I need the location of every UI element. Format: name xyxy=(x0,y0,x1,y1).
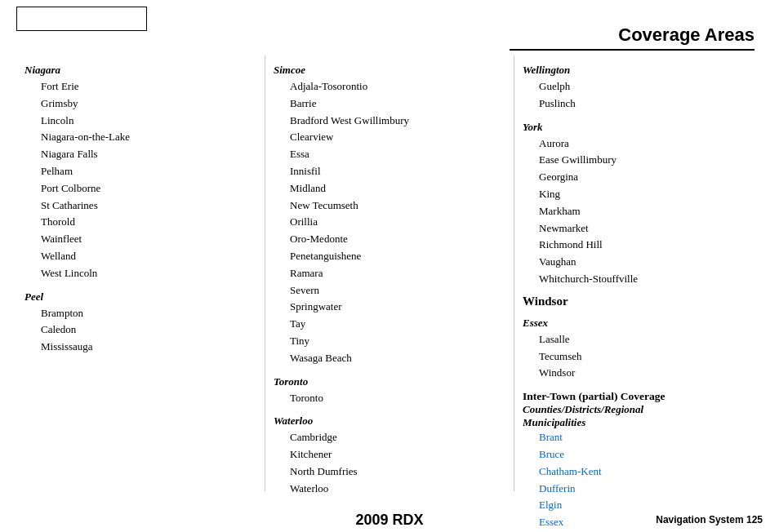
list-item: Guelph xyxy=(523,78,755,95)
list-item: Severn xyxy=(274,282,505,299)
list-item: Orillia xyxy=(274,214,505,231)
peel-section: Peel Brampton Caledon Mississauga xyxy=(24,290,256,356)
list-item: Midland xyxy=(274,180,505,197)
list-item: Pelham xyxy=(24,163,256,180)
inter-town-subtitle2: Municipalities xyxy=(523,416,755,429)
list-item: Fort Erie xyxy=(24,78,256,95)
inter-town-title: Inter-Town (partial) Coverage xyxy=(523,390,755,403)
list-item: Penetanguishene xyxy=(274,248,505,265)
column-1: Niagara Fort Erie Grimsby Lincoln Niagar… xyxy=(16,55,265,491)
york-title: York xyxy=(523,121,755,134)
list-item: Oro-Medonte xyxy=(274,231,505,248)
list-item: Puslinch xyxy=(523,95,755,113)
list-item: Welland xyxy=(24,248,256,265)
list-item: Springwater xyxy=(274,299,505,316)
essex-title: Essex xyxy=(523,317,755,330)
list-item: Wainfleet xyxy=(24,231,256,248)
essex-section: Essex Lasalle Tecumseh Windsor xyxy=(523,317,755,382)
footer-model: 2009 RDX xyxy=(355,512,423,529)
inter-town-section: Inter-Town (partial) Coverage Counties/D… xyxy=(523,390,755,532)
list-item: Richmond Hill xyxy=(523,237,755,254)
list-item: Ramara xyxy=(274,265,505,282)
list-item: Newmarket xyxy=(523,220,755,237)
toronto-section: Toronto Toronto xyxy=(274,375,505,407)
column-2: Simcoe Adjala-Tosorontio Barrie Bradford… xyxy=(265,55,514,491)
list-item: Clearview xyxy=(274,129,505,146)
list-item: Ease Gwillimbury xyxy=(523,152,755,169)
niagara-title: Niagara xyxy=(24,64,256,77)
list-item: Toronto xyxy=(274,390,505,407)
columns-container: Niagara Fort Erie Grimsby Lincoln Niagar… xyxy=(16,55,763,491)
list-item: West Lincoln xyxy=(24,265,256,282)
list-item: Innisfil xyxy=(274,163,505,180)
title-divider xyxy=(510,49,755,51)
simcoe-title: Simcoe xyxy=(274,64,505,77)
list-item: Bradford West Gwillimbury xyxy=(274,113,505,130)
york-section: York Aurora Ease Gwillimbury Georgina Ki… xyxy=(523,121,755,288)
list-item: Lincoln xyxy=(24,113,256,130)
list-item: Port Colborne xyxy=(24,180,256,197)
page-title-area: Coverage Areas xyxy=(510,24,755,51)
wellington-section: Wellington Guelph Puslinch xyxy=(523,64,755,113)
peel-title: Peel xyxy=(24,290,256,304)
simcoe-section: Simcoe Adjala-Tosorontio Barrie Bradford… xyxy=(274,64,505,367)
page-title: Coverage Areas xyxy=(510,24,755,46)
list-item: Vaughan xyxy=(523,254,755,271)
list-item: Adjala-Tosorontio xyxy=(274,78,505,95)
list-item: Tay xyxy=(274,316,505,333)
list-item: Markham xyxy=(523,203,755,220)
list-item: Caledon xyxy=(24,321,256,339)
column-3: Wellington Guelph Puslinch York Aurora E… xyxy=(514,55,763,491)
inter-town-subtitle: Counties/Districts/Regional xyxy=(523,403,755,416)
list-item: Aurora xyxy=(523,135,755,153)
list-item-chatham-kent[interactable]: Chatham-Kent xyxy=(523,463,755,481)
list-item: King xyxy=(523,186,755,203)
list-item: Kitchener xyxy=(274,446,505,463)
list-item-elgin[interactable]: Elgin xyxy=(523,497,755,514)
list-item: Essa xyxy=(274,146,505,163)
footer: 2009 RDX Navigation System 125 xyxy=(0,514,779,525)
list-item: Thorold xyxy=(24,214,256,231)
waterloo-title: Waterloo xyxy=(274,415,505,428)
toronto-title: Toronto xyxy=(274,375,505,388)
list-item: Brampton xyxy=(24,305,256,322)
list-item: Niagara-on-the-Lake xyxy=(24,129,256,146)
list-item: Tecumseh xyxy=(523,348,755,366)
list-item: Barrie xyxy=(274,95,505,113)
list-item: Lasalle xyxy=(523,331,755,348)
list-item: Cambridge xyxy=(274,429,505,446)
list-item: Wasaga Beach xyxy=(274,350,505,367)
footer-nav: Navigation System 125 xyxy=(656,514,763,525)
wellington-title: Wellington xyxy=(523,64,755,77)
list-item: Tiny xyxy=(274,333,505,350)
list-item-bruce[interactable]: Bruce xyxy=(523,446,755,463)
list-item-dufferin[interactable]: Dufferin xyxy=(523,481,755,498)
list-item: North Dumfries xyxy=(274,463,505,481)
list-item: Georgina xyxy=(523,169,755,186)
list-item: Mississauga xyxy=(24,339,256,356)
list-item: Windsor xyxy=(523,365,755,382)
list-item-brant[interactable]: Brant xyxy=(523,429,755,446)
list-item: New Tecumseth xyxy=(274,197,505,215)
list-item: Whitchurch-Stouffville xyxy=(523,271,755,288)
list-item: St Catharines xyxy=(24,197,256,215)
windsor-section: Windsor xyxy=(523,295,755,308)
list-item: Niagara Falls xyxy=(24,146,256,163)
waterloo-section: Waterloo Cambridge Kitchener North Dumfr… xyxy=(274,415,505,497)
top-rectangle xyxy=(16,7,147,31)
windsor-title: Windsor xyxy=(523,295,755,308)
list-item: Grimsby xyxy=(24,95,256,113)
niagara-section: Niagara Fort Erie Grimsby Lincoln Niagar… xyxy=(24,64,256,282)
list-item: Waterloo xyxy=(274,481,505,498)
